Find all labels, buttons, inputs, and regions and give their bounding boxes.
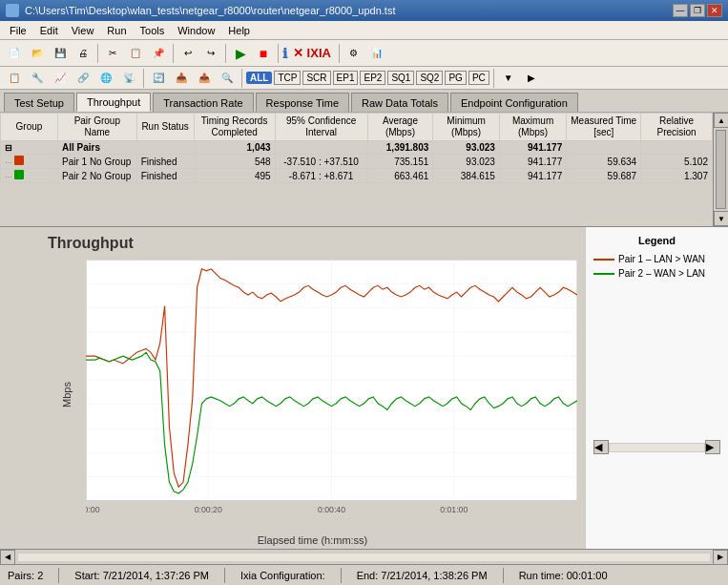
status-sep1 [58,568,59,583]
scroll-thumb[interactable] [716,130,726,209]
menu-file[interactable]: File [4,23,32,38]
close-button[interactable]: ✕ [707,4,722,17]
menu-window[interactable]: Window [172,23,220,38]
redo-button[interactable]: ↪ [200,43,221,64]
title-text: C:\Users\Tim\Desktop\wlan_tests\netgear_… [25,5,395,16]
col-confidence: 95% Confidence Interval [275,114,367,141]
tb2-btn1[interactable]: 📋 [4,68,25,89]
title-bar: C:\Users\Tim\Desktop\wlan_tests\netgear_… [0,0,728,21]
scroll-right-button[interactable]: ▶ [713,550,728,565]
stop-button[interactable]: ■ [253,43,274,64]
scroll-up-button[interactable]: ▲ [714,113,728,128]
tb2-btn6[interactable]: 📡 [118,68,139,89]
tb2-btn10[interactable]: 🔍 [217,68,238,89]
table-row[interactable]: ··· Pair 2 No Group Finished 495 -8.671 … [1,169,713,183]
status-end: End: 7/21/2014, 1:38:26 PM [357,570,488,581]
settings-button[interactable]: ⚙ [343,43,364,64]
export-button[interactable]: 📊 [366,43,387,64]
col-pair-group-name: Pair Group Name [58,114,137,141]
chart-scrollbar-h[interactable]: ◀ ▶ [0,549,728,564]
tabs-bar: Test Setup Throughput Transaction Rate R… [0,90,728,113]
cell-name: All Pairs [58,141,195,155]
tb2-btn2[interactable]: 🔧 [27,68,48,89]
cell-min: 93.023 [433,141,500,155]
tb2-btn5[interactable]: 🌐 [95,68,116,89]
menu-run[interactable]: Run [101,23,132,38]
tab-transaction-rate[interactable]: Transaction Rate [153,93,253,112]
tb2-btn4[interactable]: 🔗 [73,68,94,89]
tb2-btn7[interactable]: 🔄 [148,68,169,89]
table-row[interactable]: ··· Pair 1 No Group Finished 548 -37.510… [1,155,713,169]
ep1-badge[interactable]: EP1 [333,71,359,85]
tb2-btn8[interactable]: 📥 [171,68,192,89]
scroll-down-button[interactable]: ▼ [714,211,728,226]
menu-bar: File Edit View Run Tools Window Help [0,21,728,40]
ep2-badge[interactable]: EP2 [360,71,385,85]
undo-button[interactable]: ↩ [177,43,198,64]
cell-icon: ··· [1,169,58,183]
tb2-extra1[interactable]: ▼ [498,68,519,89]
col-measured-time: Measured Time [sec] [567,114,641,141]
cell-time-pair1: 59.634 [567,155,641,169]
run-button[interactable]: ▶ [230,43,251,64]
menu-view[interactable]: View [66,23,100,38]
cell-avg-pair1: 735.151 [367,155,433,169]
cell-expand[interactable]: ⊟ [1,141,58,155]
tab-endpoint-configuration[interactable]: Endpoint Configuration [450,93,578,112]
open-button[interactable]: 📂 [27,43,48,64]
legend-item-pair1: Pair 1 – LAN > WAN [593,254,720,264]
cell-min-pair2: 384.615 [433,169,500,183]
tb2-btn9[interactable]: 📤 [194,68,215,89]
menu-edit[interactable]: Edit [34,23,64,38]
x-axis-label: Elapsed time (h:mm:ss) [48,534,577,546]
menu-help[interactable]: Help [222,23,256,38]
copy-button[interactable]: 📋 [125,43,146,64]
legend-title: Legend [593,235,720,246]
pair1-legend-line [593,259,614,261]
status-ixia: Ixia Configuration: [240,570,325,581]
status-sep2 [224,568,225,583]
cell-prec-pair1: 5.102 [641,155,713,169]
minimize-button[interactable]: — [673,4,688,17]
tab-test-setup[interactable]: Test Setup [4,93,74,112]
svg-text:0:00:20: 0:00:20 [195,505,222,514]
sq2-badge[interactable]: SQ2 [416,71,443,85]
pair2-legend-line [593,273,614,275]
menu-tools[interactable]: Tools [135,23,171,38]
tcp-badge[interactable]: TCP [274,71,301,85]
scroll-left-button[interactable]: ◀ [0,550,15,565]
new-button[interactable]: 📄 [4,43,25,64]
cell-avg-pair2: 663.461 [367,169,433,183]
pg-badge[interactable]: PG [445,71,466,85]
print-button[interactable]: 🖨 [73,43,94,64]
chart-main: Throughput Mbps [0,227,585,549]
table-row[interactable]: ⊟ All Pairs 1,043 1,391.803 93.023 941.1… [1,141,713,155]
col-average: Average (Mbps) [367,114,433,141]
cell-average: 1,391.803 [367,141,433,155]
tb2-btn3[interactable]: 📈 [50,68,71,89]
restore-button[interactable]: ❐ [690,4,705,17]
all-badge[interactable]: ALL [246,72,272,84]
status-pairs: Pairs: 2 [8,570,43,581]
tab-response-time[interactable]: Response Time [256,93,349,112]
save-button[interactable]: 💾 [50,43,71,64]
status-bar: Pairs: 2 Start: 7/21/2014, 1:37:26 PM Ix… [0,564,728,585]
status-start: Start: 7/21/2014, 1:37:26 PM [74,570,209,581]
cell-name-pair1: Pair 1 No Group [58,155,137,169]
paste-button[interactable]: 📌 [148,43,169,64]
scr-badge[interactable]: SCR [302,71,330,85]
cell-confidence [275,141,367,155]
svg-text:0:00:00: 0:00:00 [86,505,100,514]
cut-button[interactable]: ✂ [102,43,123,64]
tb2-extra2[interactable]: ▶ [521,68,542,89]
legend-scroll-left[interactable]: ◀ [593,440,609,454]
sq1-badge[interactable]: SQ1 [387,71,414,85]
col-group: Group [1,114,58,141]
tab-throughput[interactable]: Throughput [76,93,151,112]
table-scrollbar-v[interactable]: ▲ ▼ [713,113,728,226]
pc-badge[interactable]: PC [468,71,489,85]
legend-scroll-right[interactable]: ▶ [705,440,720,454]
tab-raw-data-totals[interactable]: Raw Data Totals [351,93,448,112]
legend-label-pair1: Pair 1 – LAN > WAN [618,254,705,264]
cell-precision [641,141,713,155]
